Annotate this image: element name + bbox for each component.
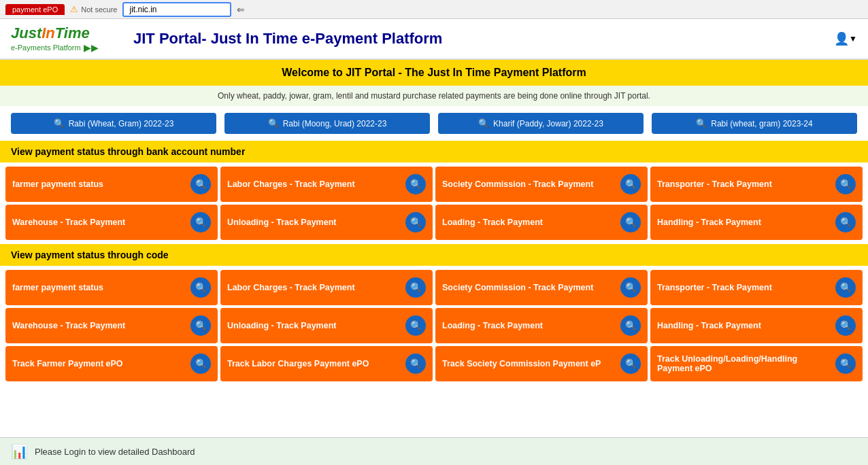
search-btn-1[interactable]: 🔍Rabi (Moong, Urad) 2022-23 bbox=[224, 113, 430, 134]
magnifier-icon: 🔍 bbox=[696, 118, 707, 128]
search-btn-label: Rabi (Wheat, Gram) 2022-23 bbox=[69, 119, 174, 128]
payment-item-label: Track Society Commission Payment eP bbox=[442, 359, 615, 368]
payment-item-2[interactable]: Society Commission - Track Payment 🔍 bbox=[435, 270, 648, 305]
search-circle-icon[interactable]: 🔍 bbox=[190, 354, 211, 374]
payment-item-label: Labor Charges - Track Payment bbox=[227, 179, 400, 189]
search-btn-label: Rabi (Moong, Urad) 2022-23 bbox=[283, 119, 387, 128]
section2-header: View payment status through code bbox=[0, 244, 868, 266]
search-circle-icon[interactable]: 🔍 bbox=[620, 212, 641, 232]
header-title: JIT Portal- Just In Time e-Payment Platf… bbox=[133, 30, 834, 48]
payment-item-label: Track Unloading/Loading/Handling Payment… bbox=[657, 354, 830, 373]
payment-item-6[interactable]: Loading - Track Payment 🔍 bbox=[435, 205, 648, 240]
payment-item-label: Handling - Track Payment bbox=[657, 218, 830, 227]
search-btn-label: Kharif (Paddy, Jowar) 2022-23 bbox=[493, 119, 603, 128]
payment-item-7[interactable]: Handling - Track Payment 🔍 bbox=[650, 205, 863, 240]
search-circle-icon[interactable]: 🔍 bbox=[835, 277, 856, 298]
search-circle-icon[interactable]: 🔍 bbox=[190, 174, 211, 194]
magnifier-icon: 🔍 bbox=[268, 118, 279, 128]
payment-item-label: farmer payment status bbox=[12, 179, 185, 189]
search-circle-icon[interactable]: 🔍 bbox=[835, 174, 856, 194]
user-menu-icon[interactable]: 👤 bbox=[834, 31, 849, 46]
payment-item-1[interactable]: Labor Charges - Track Payment 🔍 bbox=[220, 270, 433, 305]
search-btn-2[interactable]: 🔍Kharif (Paddy, Jowar) 2022-23 bbox=[438, 113, 644, 134]
payment-item-10[interactable]: Track Society Commission Payment eP 🔍 bbox=[435, 346, 648, 381]
not-secure-indicator: ⚠ Not secure bbox=[70, 4, 117, 14]
search-circle-icon[interactable]: 🔍 bbox=[405, 174, 426, 194]
payment-item-11[interactable]: Track Unloading/Loading/Handling Payment… bbox=[650, 346, 863, 381]
payment-item-4[interactable]: Warehouse - Track Payment 🔍 bbox=[5, 205, 218, 240]
logo-in: In bbox=[41, 24, 55, 42]
payment-item-label: Transporter - Track Payment bbox=[657, 283, 830, 292]
info-banner: Only wheat, paddy, jowar, gram, lentil a… bbox=[0, 86, 868, 106]
site-header: Just In Time e-Payments Platform ▶▶ JIT … bbox=[0, 19, 868, 60]
search-circle-icon[interactable]: 🔍 bbox=[405, 354, 426, 374]
payment-item-6[interactable]: Loading - Track Payment 🔍 bbox=[435, 308, 648, 343]
welcome-banner: Welcome to JIT Portal - The Just In Time… bbox=[0, 60, 868, 86]
payment-item-label: Society Commission - Track Payment bbox=[442, 283, 615, 292]
payment-item-label: Warehouse - Track Payment bbox=[12, 218, 185, 227]
section1-grid: farmer payment status 🔍 Labor Charges - … bbox=[0, 162, 868, 244]
search-btn-label: Rabi (wheat, gram) 2023-24 bbox=[711, 119, 812, 128]
payment-item-label: Unloading - Track Payment bbox=[227, 321, 400, 330]
search-circle-icon[interactable]: 🔍 bbox=[190, 277, 211, 298]
search-circle-icon[interactable]: 🔍 bbox=[835, 354, 856, 374]
back-arrow-icon: ⇐ bbox=[237, 4, 245, 15]
search-circle-icon[interactable]: 🔍 bbox=[620, 354, 641, 374]
payment-item-3[interactable]: Transporter - Track Payment 🔍 bbox=[650, 270, 863, 305]
payment-item-2[interactable]: Society Commission - Track Payment 🔍 bbox=[435, 167, 648, 202]
search-buttons-row: 🔍Rabi (Wheat, Gram) 2022-23🔍Rabi (Moong,… bbox=[0, 106, 868, 141]
browser-tab: payment ePO bbox=[5, 4, 65, 15]
user-dropdown-icon[interactable]: ▼ bbox=[849, 34, 857, 44]
search-btn-3[interactable]: 🔍Rabi (wheat, gram) 2023-24 bbox=[652, 113, 857, 134]
search-circle-icon[interactable]: 🔍 bbox=[190, 212, 211, 232]
logo-subtitle: e-Payments Platform ▶▶ bbox=[11, 42, 120, 53]
warning-icon: ⚠ bbox=[70, 4, 78, 14]
payment-item-label: Unloading - Track Payment bbox=[227, 218, 400, 227]
search-circle-icon[interactable]: 🔍 bbox=[835, 315, 856, 336]
payment-item-label: Loading - Track Payment bbox=[442, 218, 615, 227]
payment-item-label: Loading - Track Payment bbox=[442, 321, 615, 330]
payment-item-0[interactable]: farmer payment status 🔍 bbox=[5, 167, 218, 202]
payment-item-5[interactable]: Unloading - Track Payment 🔍 bbox=[220, 308, 433, 343]
payment-item-label: Transporter - Track Payment bbox=[657, 179, 830, 189]
search-circle-icon[interactable]: 🔍 bbox=[620, 174, 641, 194]
search-circle-icon[interactable]: 🔍 bbox=[835, 212, 856, 232]
magnifier-icon: 🔍 bbox=[54, 118, 65, 128]
payment-item-4[interactable]: Warehouse - Track Payment 🔍 bbox=[5, 308, 218, 343]
browser-bar: payment ePO ⚠ Not secure ⇐ bbox=[0, 0, 868, 19]
search-circle-icon[interactable]: 🔍 bbox=[405, 212, 426, 232]
payment-item-label: farmer payment status bbox=[12, 283, 185, 292]
payment-item-label: Society Commission - Track Payment bbox=[442, 179, 615, 189]
logo-arrow-icon: ▶▶ bbox=[84, 42, 99, 53]
payment-item-label: Track Farmer Payment ePO bbox=[12, 359, 185, 368]
search-circle-icon[interactable]: 🔍 bbox=[620, 277, 641, 298]
payment-item-1[interactable]: Labor Charges - Track Payment 🔍 bbox=[220, 167, 433, 202]
section2-grid: farmer payment status 🔍 Labor Charges - … bbox=[0, 266, 868, 385]
payment-item-label: Handling - Track Payment bbox=[657, 321, 830, 330]
payment-item-label: Labor Charges - Track Payment bbox=[227, 283, 400, 292]
search-circle-icon[interactable]: 🔍 bbox=[620, 315, 641, 336]
section1-header: View payment status through bank account… bbox=[0, 141, 868, 162]
not-secure-label: Not secure bbox=[81, 5, 117, 14]
magnifier-icon: 🔍 bbox=[478, 118, 489, 128]
payment-item-label: Track Labor Charges Payment ePO bbox=[227, 359, 400, 368]
search-circle-icon[interactable]: 🔍 bbox=[190, 315, 211, 336]
payment-item-0[interactable]: farmer payment status 🔍 bbox=[5, 270, 218, 305]
payment-item-8[interactable]: Track Farmer Payment ePO 🔍 bbox=[5, 346, 218, 381]
logo-just: Just bbox=[11, 24, 41, 42]
address-bar[interactable] bbox=[122, 2, 231, 17]
payment-item-9[interactable]: Track Labor Charges Payment ePO 🔍 bbox=[220, 346, 433, 381]
logo-time: Time bbox=[55, 24, 90, 42]
payment-item-label: Warehouse - Track Payment bbox=[12, 321, 185, 330]
search-btn-0[interactable]: 🔍Rabi (Wheat, Gram) 2022-23 bbox=[11, 113, 216, 134]
logo-area: Just In Time e-Payments Platform ▶▶ bbox=[11, 24, 120, 53]
search-circle-icon[interactable]: 🔍 bbox=[405, 315, 426, 336]
payment-item-5[interactable]: Unloading - Track Payment 🔍 bbox=[220, 205, 433, 240]
payment-item-7[interactable]: Handling - Track Payment 🔍 bbox=[650, 308, 863, 343]
payment-item-3[interactable]: Transporter - Track Payment 🔍 bbox=[650, 167, 863, 202]
search-circle-icon[interactable]: 🔍 bbox=[405, 277, 426, 298]
